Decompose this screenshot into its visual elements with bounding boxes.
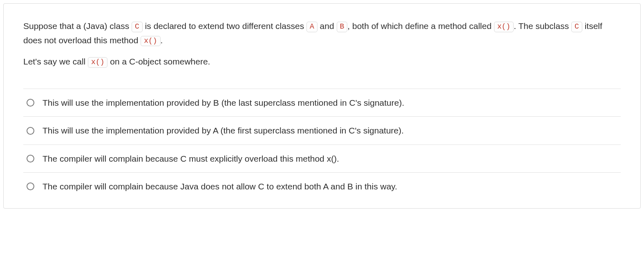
option-row[interactable]: This will use the implementation provide…	[23, 117, 621, 145]
text: . The subclass	[514, 21, 571, 31]
code-chip-x: x()	[141, 36, 160, 47]
text: on a C-object somewhere.	[107, 57, 210, 66]
code-chip-x: x()	[88, 57, 107, 68]
radio-icon	[27, 182, 34, 190]
code-chip-x: x()	[494, 22, 514, 32]
text: and	[318, 21, 337, 31]
code-chip-a: A	[306, 22, 318, 32]
radio-icon	[27, 155, 34, 162]
radio-icon	[27, 99, 34, 107]
code-chip-b: B	[337, 22, 348, 32]
option-text: The compiler will complain because C mus…	[42, 153, 339, 165]
option-text: This will use the implementation provide…	[42, 125, 404, 136]
question-container: Suppose that a (Java) class C is declare…	[3, 3, 641, 209]
option-row[interactable]: This will use the implementation provide…	[23, 89, 621, 117]
code-chip-c: C	[132, 22, 143, 32]
question-stem: Suppose that a (Java) class C is declare…	[23, 19, 621, 69]
option-row[interactable]: The compiler will complain because C mus…	[23, 145, 621, 173]
text: , both of which define a method called	[347, 21, 494, 31]
option-text: This will use the implementation provide…	[42, 97, 404, 109]
text: .	[161, 36, 163, 45]
code-chip-c: C	[571, 22, 582, 32]
option-row[interactable]: The compiler will complain because Java …	[23, 173, 621, 200]
radio-icon	[27, 127, 34, 135]
question-paragraph-1: Suppose that a (Java) class C is declare…	[23, 19, 621, 47]
text: Suppose that a (Java) class	[23, 21, 132, 31]
text: is declared to extend two different clas…	[143, 21, 306, 31]
options-list: This will use the implementation provide…	[23, 89, 621, 200]
question-paragraph-2: Let's say we call x() on a C-object some…	[23, 55, 621, 69]
option-text: The compiler will complain because Java …	[42, 180, 397, 192]
text: Let's say we call	[23, 57, 88, 66]
